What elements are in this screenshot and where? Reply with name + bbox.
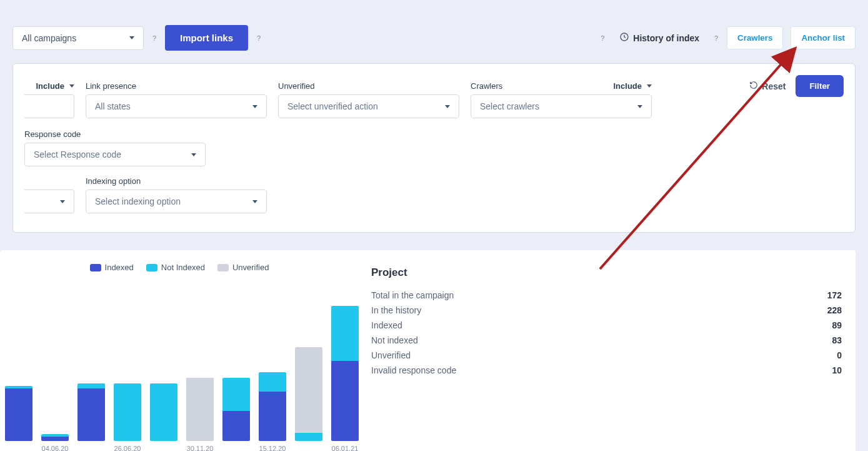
include-toggle[interactable]: Include <box>613 81 652 91</box>
filter-panel: Reset Filter Include Link presence All s… <box>12 63 856 233</box>
chart-bar <box>41 434 69 441</box>
include-toggle[interactable]: Include <box>36 81 74 91</box>
filter-col-unverified: Unverified Select unverified action <box>278 81 459 118</box>
xaxis-label: 04.06.20 <box>41 445 69 451</box>
help-icon[interactable]: ? <box>253 33 264 44</box>
filter-select-truncated2[interactable] <box>24 190 74 213</box>
stat-value: 89 <box>832 320 842 330</box>
xaxis-label <box>5 445 32 451</box>
link-presence-label: Link presence <box>86 81 136 91</box>
link-presence-value: All states <box>95 101 131 111</box>
crawlers-button[interactable]: Crawlers <box>727 26 783 49</box>
filter-row-1: Include Link presence All states Unverif… <box>24 81 844 166</box>
stat-label: Indexed <box>371 320 402 330</box>
stat-value: 172 <box>827 290 842 300</box>
filter-col-truncated: Include <box>24 81 74 118</box>
stat-value: 83 <box>832 335 842 345</box>
campaign-selector-label: All campaigns <box>22 33 76 43</box>
stat-row: Unverified0 <box>371 348 842 363</box>
unverified-select[interactable]: Select unverified action <box>278 94 459 118</box>
chart-wrap: Indexed Not Indexed Unverified 04.06.202… <box>0 263 359 451</box>
legend-unverified: Unverified <box>217 263 269 272</box>
xaxis-label <box>150 445 177 451</box>
chart-bar <box>5 386 32 441</box>
index-chart <box>0 278 359 441</box>
xaxis-label: 15.12.20 <box>259 445 286 451</box>
filter-col-link-presence: Link presence All states <box>86 81 267 118</box>
legend-swatch-not-indexed <box>146 264 157 271</box>
stat-label: Unverified <box>371 350 411 360</box>
legend-not-indexed-label: Not Indexed <box>161 263 205 272</box>
filter-col-indexing: Indexing option Select indexing option <box>86 176 267 213</box>
indexing-label: Indexing option <box>86 176 141 186</box>
response-code-value: Select Response code <box>34 149 121 160</box>
stat-label: In the history <box>371 305 421 315</box>
import-links-button[interactable]: Import links <box>165 25 248 51</box>
campaign-selector[interactable]: All campaigns <box>12 26 144 50</box>
filter-col-truncated2 <box>24 176 74 213</box>
filter-actions: Reset Filter <box>749 75 844 97</box>
history-label: History of index <box>633 33 699 43</box>
xaxis-label <box>222 445 250 451</box>
crawlers-select[interactable]: Select crawlers <box>471 94 652 118</box>
xaxis-label: 26.06.20 <box>114 445 141 451</box>
legend-swatch-unverified <box>217 264 229 271</box>
stats-title: Project <box>371 266 842 279</box>
crawlers-label: Crawlers <box>471 81 502 91</box>
chart-xaxis: 04.06.2026.06.2030.11.2015.12.2006.01.21 <box>0 445 359 451</box>
main-content: Indexed Not Indexed Unverified 04.06.202… <box>0 250 856 451</box>
reset-button[interactable]: Reset <box>749 81 786 91</box>
chart-bar <box>222 378 250 441</box>
xaxis-label: 30.11.20 <box>186 445 214 451</box>
chart-bar <box>114 383 141 441</box>
stat-row: Indexed89 <box>371 318 842 333</box>
chart-bar <box>186 378 214 441</box>
crawlers-value: Select crawlers <box>480 101 539 111</box>
stat-row: Total in the campaign172 <box>371 288 842 303</box>
link-presence-select[interactable]: All states <box>86 94 267 118</box>
stat-row: Invalid response code10 <box>371 363 842 378</box>
help-icon[interactable]: ? <box>149 33 160 44</box>
unverified-value: Select unverified action <box>287 101 378 111</box>
legend-indexed: Indexed <box>90 263 134 272</box>
legend-unverified-label: Unverified <box>232 263 269 272</box>
stat-row: In the history228 <box>371 303 842 318</box>
xaxis-label: 06.01.21 <box>331 445 359 451</box>
filter-button[interactable]: Filter <box>796 75 844 97</box>
anchor-list-button[interactable]: Anchor list <box>791 26 856 49</box>
indexing-value: Select indexing option <box>95 196 181 206</box>
xaxis-label <box>295 445 322 451</box>
help-icon[interactable]: ? <box>711 33 722 44</box>
chart-bar <box>331 306 359 441</box>
stat-value: 228 <box>827 305 842 315</box>
filter-col-crawlers: Crawlers Include Select crawlers <box>471 81 652 118</box>
stat-label: Invalid response code <box>371 365 456 375</box>
chart-bar <box>259 372 286 441</box>
response-code-label: Response code <box>24 129 81 139</box>
stat-value: 0 <box>837 350 842 360</box>
filter-select-truncated[interactable] <box>24 94 74 118</box>
chart-bar <box>150 383 177 441</box>
project-stats: Project Total in the campaign172In the h… <box>371 263 842 378</box>
chart-legend: Indexed Not Indexed Unverified <box>0 263 359 272</box>
refresh-icon <box>749 81 758 91</box>
response-code-select[interactable]: Select Response code <box>24 143 206 166</box>
filter-row-2: Indexing option Select indexing option <box>24 176 844 213</box>
topbar-left: All campaigns ? Import links ? <box>12 25 264 51</box>
reset-label: Reset <box>762 81 786 91</box>
history-of-index-link[interactable]: History of index <box>613 27 706 49</box>
legend-indexed-label: Indexed <box>105 263 134 272</box>
clock-icon <box>619 32 629 44</box>
legend-not-indexed: Not Indexed <box>146 263 205 272</box>
stat-value: 10 <box>832 365 842 375</box>
indexing-select[interactable]: Select indexing option <box>86 190 267 213</box>
chart-bar <box>295 347 322 441</box>
stat-row: Not indexed83 <box>371 333 842 348</box>
xaxis-label <box>77 445 105 451</box>
help-icon[interactable]: ? <box>597 33 608 44</box>
chart-bar <box>77 383 105 441</box>
topbar: All campaigns ? Import links ? ? History… <box>0 0 868 63</box>
filter-col-response-code: Response code Select Response code <box>24 129 206 166</box>
stats-list: Total in the campaign172In the history22… <box>371 288 842 378</box>
topbar-right: ? History of index ? Crawlers Anchor lis… <box>597 26 856 49</box>
